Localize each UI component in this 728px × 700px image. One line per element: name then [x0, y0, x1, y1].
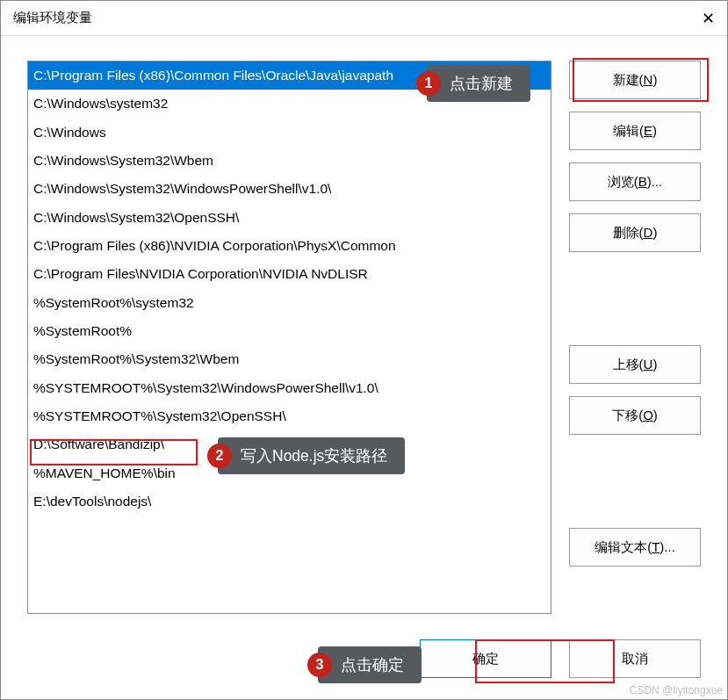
dialog-window: 编辑环境变量 ✕ C:\Program Files (x86)\Common F… — [0, 0, 728, 700]
edit-button[interactable]: 编辑(E) — [569, 112, 701, 150]
list-item[interactable]: C:\Windows\System32\WindowsPowerShell\v1… — [28, 175, 551, 203]
list-item[interactable]: %SystemRoot%\system32 — [28, 289, 551, 317]
list-item[interactable]: C:\Windows\system32 — [28, 90, 551, 118]
list-item[interactable]: C:\Windows\System32\OpenSSH\ — [28, 204, 551, 232]
btn-group-2: 上移(U) 下移(O) — [569, 345, 701, 435]
titlebar: 编辑环境变量 ✕ — [1, 1, 727, 36]
btn-group-3: 编辑文本(T)... — [569, 528, 701, 566]
list-item[interactable]: C:\Program Files (x86)\Common Files\Orac… — [28, 61, 551, 90]
delete-button[interactable]: 删除(D) — [569, 213, 701, 252]
close-icon[interactable]: ✕ — [699, 10, 717, 27]
list-item[interactable]: C:\Windows\System32\Wbem — [28, 147, 551, 175]
list-item[interactable]: %SystemRoot%\System32\Wbem — [28, 345, 551, 373]
list-item[interactable]: %SYSTEMROOT%\System32\WindowsPowerShell\… — [28, 374, 551, 402]
new-button[interactable]: 新建(N) — [569, 61, 701, 99]
footer: 确定 取消 — [1, 639, 727, 699]
edittext-button[interactable]: 编辑文本(T)... — [569, 528, 701, 566]
browse-button[interactable]: 浏览(B)... — [569, 162, 701, 201]
list-item[interactable]: %MAVEN_HOME%\bin — [28, 459, 551, 487]
list-item[interactable]: C:\Windows — [28, 119, 551, 147]
path-listbox[interactable]: C:\Program Files (x86)\Common Files\Orac… — [27, 61, 551, 614]
moveup-button[interactable]: 上移(U) — [569, 345, 701, 384]
cancel-button[interactable]: 取消 — [569, 639, 701, 678]
btn-group-1: 新建(N) 编辑(E) 浏览(B)... 删除(D) — [569, 61, 701, 252]
watermark: CSDN @liyitongxue — [630, 684, 723, 696]
list-item[interactable]: E:\devTools\nodejs\ — [28, 487, 551, 516]
list-item[interactable]: %SystemRoot% — [28, 317, 551, 345]
window-title: 编辑环境变量 — [13, 10, 92, 26]
content-area: C:\Program Files (x86)\Common Files\Orac… — [1, 36, 727, 639]
list-item[interactable]: C:\Program Files\NVIDIA Corporation\NVID… — [28, 260, 551, 288]
list-item[interactable]: %SYSTEMROOT%\System32\OpenSSH\ — [28, 402, 551, 430]
list-item[interactable]: D:\Software\Bandizip\ — [28, 430, 551, 458]
movedown-button[interactable]: 下移(O) — [569, 396, 701, 435]
list-item[interactable]: C:\Program Files (x86)\NVIDIA Corporatio… — [28, 232, 551, 260]
ok-button[interactable]: 确定 — [420, 639, 551, 678]
button-column: 新建(N) 编辑(E) 浏览(B)... 删除(D) 上移(U) 下移(O) 编… — [569, 61, 701, 622]
